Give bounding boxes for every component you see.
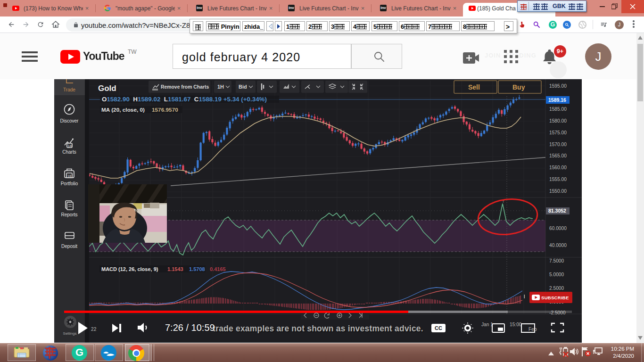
svg-text:1575.00: 1575.00 — [549, 130, 567, 135]
svg-text:MA (20, close, 0): MA (20, close, 0) — [101, 107, 145, 113]
svg-text:Remove from Charts: Remove from Charts — [161, 84, 209, 90]
svg-text:Deposit: Deposit — [61, 244, 77, 249]
svg-text:Bid: Bid — [239, 84, 247, 90]
svg-text:1565.00: 1565.00 — [549, 153, 567, 158]
svg-text:1H: 1H — [217, 84, 224, 90]
svg-text:5.0000: 5.0000 — [549, 272, 564, 277]
svg-text:1550.00: 1550.00 — [549, 189, 567, 194]
svg-text:1.1543: 1.1543 — [167, 266, 183, 272]
svg-text:81.3052: 81.3052 — [548, 208, 566, 214]
svg-text:7.5000: 7.5000 — [549, 258, 564, 263]
svg-text:0.4165: 0.4165 — [210, 266, 226, 272]
svg-text:1595.00: 1595.00 — [549, 83, 567, 89]
svg-text:60.0000: 60.0000 — [549, 226, 567, 231]
svg-text:1585.00: 1585.00 — [549, 107, 567, 112]
svg-text:Sell: Sell — [468, 83, 480, 91]
svg-text:Trade: Trade — [63, 87, 75, 92]
svg-text:18: 18 — [67, 174, 71, 178]
svg-text:40.0000: 40.0000 — [549, 243, 567, 248]
svg-text:2.5000: 2.5000 — [549, 286, 564, 291]
svg-text:1560.00: 1560.00 — [549, 165, 567, 170]
svg-text:Buy: Buy — [512, 83, 525, 91]
svg-text:Discover: Discover — [60, 118, 79, 123]
svg-text:Reports: Reports — [61, 212, 77, 217]
svg-text:1589.16: 1589.16 — [548, 97, 566, 103]
svg-text:1.5708: 1.5708 — [189, 266, 205, 272]
svg-text:MACD (12, 26, close, 9): MACD (12, 26, close, 9) — [101, 266, 158, 272]
svg-text:1580.00: 1580.00 — [549, 118, 567, 123]
svg-text:O1582.90 H1589.02 L1581.67: O1582.90 H1589.02 L1581.67 C1588.19 +5.3… — [102, 96, 267, 103]
svg-text:14: 14 — [68, 144, 72, 148]
svg-text:Portfolio: Portfolio — [61, 181, 78, 186]
svg-text:Gold: Gold — [98, 84, 116, 93]
svg-text:1570.00: 1570.00 — [549, 142, 567, 147]
svg-text:Charts: Charts — [62, 149, 76, 155]
svg-text:1576.9570: 1576.9570 — [152, 107, 178, 113]
svg-text:1555.00: 1555.00 — [549, 177, 567, 182]
